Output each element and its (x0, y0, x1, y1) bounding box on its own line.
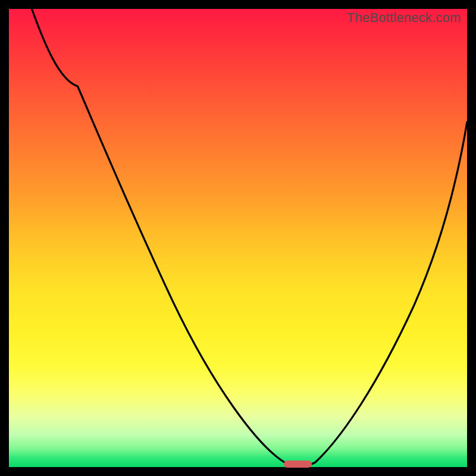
curve-path (32, 9, 468, 466)
bottleneck-curve (9, 9, 467, 467)
watermark-text: TheBottleneck.com (347, 10, 461, 26)
chart-frame: TheBottleneck.com (0, 0, 476, 476)
optimal-marker (284, 461, 312, 468)
plot-area: TheBottleneck.com (9, 9, 467, 467)
